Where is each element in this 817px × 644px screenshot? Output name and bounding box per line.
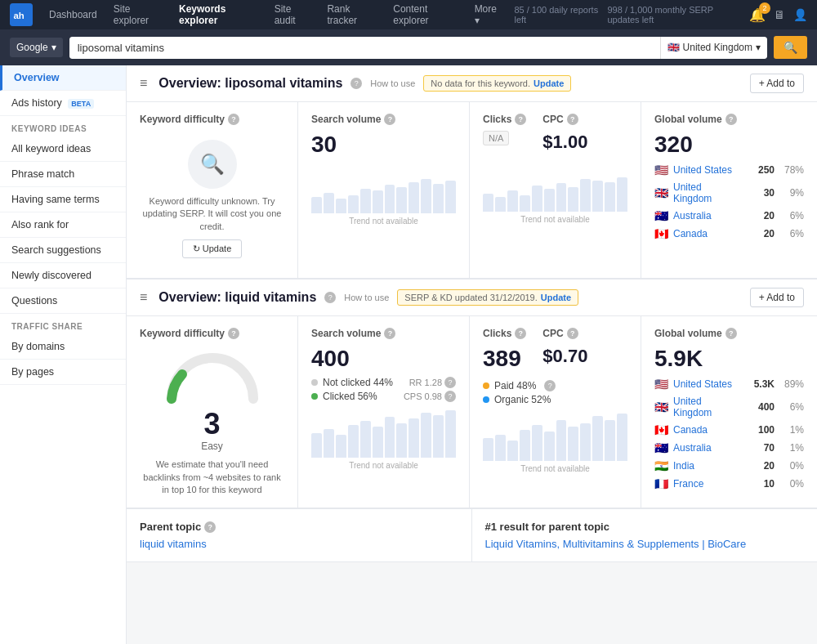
add-to-btn-2[interactable]: + Add to xyxy=(750,288,804,307)
us-country-2[interactable]: United States xyxy=(673,378,741,390)
ca-country-1[interactable]: Canada xyxy=(673,228,741,239)
menu-icon-2[interactable]: ≡ xyxy=(140,290,147,305)
clicks-card-2: Clicks ? 389 CPC ? $0.70 xyxy=(470,316,641,508)
sidebar-item-all-keyword-ideas[interactable]: All keyword ideas xyxy=(0,136,126,162)
gv-value-2: 5.9K xyxy=(654,346,804,372)
rr-info[interactable]: ? xyxy=(444,377,456,388)
reports-left: 85 / 100 daily reports left xyxy=(514,5,599,25)
not-clicked-label: Not clicked 44% xyxy=(323,377,393,388)
uk-flag-1: 🇬🇧 xyxy=(654,186,668,199)
nav-keywords-explorer[interactable]: Keywords explorer xyxy=(172,0,265,31)
sv-title-1: Search volume ? xyxy=(311,114,456,125)
uk-pct-2: 6% xyxy=(779,401,804,413)
cpc-title-2: CPC ? xyxy=(542,328,587,339)
gv-card-2: Global volume ? 5.9K 🇺🇸 United States 5.… xyxy=(641,316,817,508)
kd-info-2[interactable]: ? xyxy=(228,328,239,339)
search-button[interactable]: 🔍 xyxy=(774,36,807,59)
au-country-2[interactable]: Australia xyxy=(673,442,741,454)
gv-row-ca-2: 🇨🇦 Canada 100 1% xyxy=(654,421,804,439)
parent-topic-link[interactable]: liquid vitamins xyxy=(140,538,207,550)
nav-site-explorer[interactable]: Site explorer xyxy=(107,0,169,31)
us-pct-2: 89% xyxy=(779,378,804,390)
nav-dashboard[interactable]: Dashboard xyxy=(42,4,104,25)
in-country-2[interactable]: India xyxy=(673,460,741,472)
clicks-chart-1 xyxy=(483,163,627,212)
ca-vol-1: 20 xyxy=(746,228,775,239)
search-input[interactable] xyxy=(69,37,660,59)
sv-info-icon-1[interactable]: ? xyxy=(384,114,395,125)
us-country-1[interactable]: United States xyxy=(673,164,741,176)
sv-info-2[interactable]: ? xyxy=(384,328,395,339)
how-to-use-1[interactable]: How to use xyxy=(370,78,415,88)
update-link-1[interactable]: Update xyxy=(534,78,564,88)
uk-country-1[interactable]: United Kingdom xyxy=(673,181,741,204)
monitor-icon[interactable]: 🖥 xyxy=(774,8,785,21)
sidebar-item-newly-discovered[interactable]: Newly discovered xyxy=(0,263,126,288)
info-icon-2[interactable]: ? xyxy=(324,292,336,303)
engine-label: Google xyxy=(16,42,48,53)
parent-topic-info[interactable]: ? xyxy=(204,521,216,533)
kd-info-icon-1[interactable]: ? xyxy=(228,114,239,125)
rr-label: RR 1.28 ? xyxy=(409,377,456,388)
uk-vol-1: 30 xyxy=(746,187,775,199)
add-to-btn-1[interactable]: + Add to xyxy=(750,74,804,93)
bell-container[interactable]: 🔔 2 xyxy=(749,7,766,23)
au-country-1[interactable]: Australia xyxy=(673,210,741,221)
cpc-info-1[interactable]: ? xyxy=(567,114,578,125)
nav-site-audit[interactable]: Site audit xyxy=(268,0,318,31)
sidebar-item-having-same-terms[interactable]: Having same terms xyxy=(0,187,126,212)
paid-info[interactable]: ? xyxy=(544,380,556,391)
gv-title-1: Global volume ? xyxy=(654,114,804,125)
gv-info-1[interactable]: ? xyxy=(725,114,737,125)
engine-chevron: ▾ xyxy=(51,42,56,53)
clicks-title-2: Clicks ? xyxy=(483,328,526,339)
kd-gauge-svg xyxy=(159,346,266,407)
clicks-section-1: Clicks ? N/A xyxy=(483,114,526,156)
nav-content-explorer[interactable]: Content explorer xyxy=(386,0,464,31)
how-to-use-2[interactable]: How to use xyxy=(344,293,389,302)
kd-update-btn[interactable]: ↻ Update xyxy=(182,239,243,258)
in-flag-2: 🇮🇳 xyxy=(654,459,668,472)
result-for-parent-link[interactable]: Liquid Vitamins, Multivitamins & Supplem… xyxy=(485,538,747,550)
search-wrapper: 🇬🇧 United Kingdom ▾ xyxy=(69,37,767,59)
cps-info[interactable]: ? xyxy=(444,391,456,402)
overview-title-1: Overview: liposomal vitamins xyxy=(158,76,342,91)
user-icon[interactable]: 👤 xyxy=(793,8,807,21)
info-icon-1[interactable]: ? xyxy=(350,78,362,89)
ca-country-2[interactable]: Canada xyxy=(673,424,741,436)
sidebar-item-search-suggestions[interactable]: Search suggestions xyxy=(0,238,126,263)
sidebar-item-phrase-match[interactable]: Phrase match xyxy=(0,162,126,187)
parent-topic-right: #1 result for parent topic Liquid Vitami… xyxy=(472,509,818,561)
uk-country-2[interactable]: United Kingdom xyxy=(673,396,741,418)
us-flag-1: 🇺🇸 xyxy=(654,163,668,177)
clicks-info-2[interactable]: ? xyxy=(515,328,526,339)
svg-point-2 xyxy=(176,373,184,381)
cpc-info-2[interactable]: ? xyxy=(567,328,578,339)
fr-country-2[interactable]: France xyxy=(673,478,741,490)
sv-card-1: Search volume ? 30 xyxy=(298,102,470,278)
nav-rank-tracker[interactable]: Rank tracker xyxy=(320,0,383,31)
sv-title-2: Search volume ? xyxy=(311,328,456,339)
logo[interactable]: ah xyxy=(10,3,33,26)
clicks-info-1[interactable]: ? xyxy=(515,114,526,125)
kd-title-1: Keyword difficulty ? xyxy=(140,114,284,125)
cpc-title-1: CPC ? xyxy=(542,114,587,125)
sidebar-item-by-pages[interactable]: By pages xyxy=(0,360,126,385)
svg-text:ah: ah xyxy=(13,11,24,20)
sidebar-item-overview[interactable]: Overview xyxy=(0,65,126,91)
country-select[interactable]: 🇬🇧 United Kingdom ▾ xyxy=(660,37,767,59)
country-chevron: ▾ xyxy=(756,42,761,53)
sidebar-item-by-domains[interactable]: By domains xyxy=(0,334,126,360)
sidebar-item-questions[interactable]: Questions xyxy=(0,288,126,314)
menu-icon-1[interactable]: ≡ xyxy=(140,76,147,91)
sidebar-item-ads-history[interactable]: Ads history BETA xyxy=(0,91,126,116)
clicks-trend-label-1: Trend not available xyxy=(483,215,627,224)
engine-select[interactable]: Google ▾ xyxy=(10,38,63,57)
update-link-2[interactable]: Update xyxy=(541,293,571,302)
gv-info-2[interactable]: ? xyxy=(725,328,737,339)
paid-dot xyxy=(483,382,489,389)
beta-badge: BETA xyxy=(68,99,94,109)
sidebar: Overview Ads history BETA KEYWORD IDEAS … xyxy=(0,65,127,644)
sidebar-item-also-rank-for[interactable]: Also rank for xyxy=(0,212,126,238)
nav-more[interactable]: More ▾ xyxy=(468,0,508,31)
